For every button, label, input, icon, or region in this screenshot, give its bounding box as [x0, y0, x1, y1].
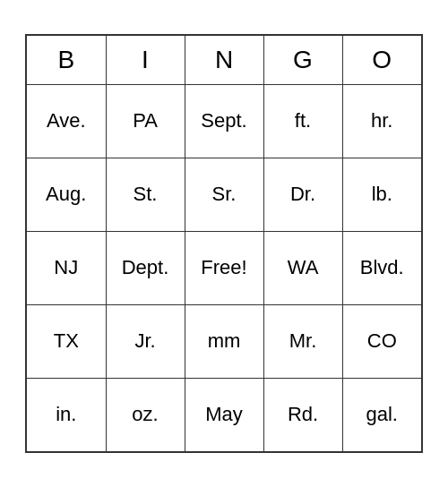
bingo-cell-3-3: Mr.	[263, 304, 342, 378]
bingo-cell-4-1: oz.	[106, 378, 185, 451]
bingo-cell-0-1: PA	[106, 84, 185, 158]
bingo-cell-2-0: NJ	[27, 231, 106, 304]
bingo-cell-3-2: mm	[185, 304, 263, 378]
bingo-cell-0-2: Sept.	[185, 84, 263, 158]
bingo-cell-2-2: Free!	[185, 231, 263, 304]
bingo-cell-1-3: Dr.	[263, 158, 342, 231]
bingo-row-4: in.oz.MayRd.gal.	[27, 378, 421, 451]
bingo-cell-0-4: hr.	[342, 84, 421, 158]
bingo-cell-1-1: St.	[106, 158, 185, 231]
bingo-cell-4-0: in.	[27, 378, 106, 451]
bingo-cell-0-0: Ave.	[27, 84, 106, 158]
bingo-cell-3-0: TX	[27, 304, 106, 378]
bingo-row-2: NJDept.Free!WABlvd.	[27, 231, 421, 304]
header-col-o: O	[342, 36, 421, 84]
header-col-i: I	[106, 36, 185, 84]
header-col-n: N	[185, 36, 263, 84]
bingo-row-3: TXJr.mmMr.CO	[27, 304, 421, 378]
bingo-row-1: Aug.St.Sr.Dr.lb.	[27, 158, 421, 231]
bingo-cell-1-4: lb.	[342, 158, 421, 231]
bingo-cell-3-1: Jr.	[106, 304, 185, 378]
bingo-cell-0-3: ft.	[263, 84, 342, 158]
bingo-card: BINGO Ave.PASept.ft.hr.Aug.St.Sr.Dr.lb.N…	[25, 34, 423, 453]
bingo-cell-4-3: Rd.	[263, 378, 342, 451]
bingo-cell-2-4: Blvd.	[342, 231, 421, 304]
bingo-cell-2-3: WA	[263, 231, 342, 304]
bingo-cell-4-2: May	[185, 378, 263, 451]
header-col-b: B	[27, 36, 106, 84]
bingo-cell-4-4: gal.	[342, 378, 421, 451]
header-col-g: G	[263, 36, 342, 84]
bingo-cell-1-0: Aug.	[27, 158, 106, 231]
bingo-cell-3-4: CO	[342, 304, 421, 378]
header-row: BINGO	[27, 36, 421, 84]
bingo-table: BINGO Ave.PASept.ft.hr.Aug.St.Sr.Dr.lb.N…	[27, 36, 421, 451]
bingo-cell-2-1: Dept.	[106, 231, 185, 304]
bingo-row-0: Ave.PASept.ft.hr.	[27, 84, 421, 158]
bingo-cell-1-2: Sr.	[185, 158, 263, 231]
